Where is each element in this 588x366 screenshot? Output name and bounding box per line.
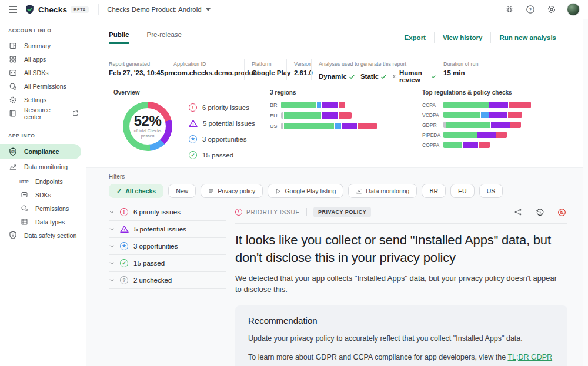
tab-pre-release[interactable]: Pre-release [147, 31, 182, 44]
results-content: ! 6 priority issues ! 5 potential issues… [109, 204, 573, 366]
sidebar-item-data-safety-section[interactable]: Data safety section [0, 229, 86, 242]
legend-label: 5 potential issues [203, 120, 255, 127]
run-new-analysis-button[interactable]: Run new analysis [491, 34, 564, 41]
export-button[interactable]: Export [396, 34, 434, 41]
chip-new[interactable]: New [168, 184, 196, 198]
settings-gear-icon[interactable] [546, 4, 557, 15]
history-icon[interactable] [534, 206, 546, 218]
potential-issue-icon: ! [120, 225, 129, 233]
bar-label: CCPA [422, 102, 443, 108]
bar-segment-priority [339, 102, 345, 108]
chip-br[interactable]: BR [422, 184, 446, 198]
sidebar-item-compliance[interactable]: @ Compliance [0, 144, 81, 159]
sidebar-item-all-apps[interactable]: All apps [0, 52, 86, 66]
meta-value: com.checks.demo.product [173, 69, 244, 76]
external-link-icon[interactable] [72, 110, 79, 117]
shield-logo-icon [25, 4, 35, 15]
overview-summary-panel: Overview 52% of total Checks passed ! 6 … [86, 82, 265, 167]
chip-data-monitoring[interactable]: Data monitoring [348, 184, 417, 198]
priority-issue-icon: ! [189, 103, 197, 112]
beta-badge: BETA [71, 6, 89, 13]
legend-label: 15 passed [202, 152, 233, 159]
analysis-human-review: Human review [392, 69, 436, 83]
bar-segment-passed [443, 132, 477, 138]
recommendation-paragraph: To learn more about GDPR and CCPA compli… [248, 351, 554, 366]
sidebar-item-label: Summary [24, 42, 51, 49]
checks-logo[interactable]: Checks BETA [25, 4, 89, 15]
bar-segment-potential [342, 123, 357, 129]
group-unchecked[interactable]: ? 2 unchecked [109, 272, 226, 289]
group-opportunities[interactable]: ★ 3 opportunities [109, 238, 226, 255]
sidebar-item-sdks[interactable]: SDKs [0, 188, 86, 202]
overview-legend: ! 6 priority issues ! 5 potential issues… [189, 102, 255, 159]
product-selector[interactable]: Checks Demo Product: Android [107, 6, 210, 13]
bar-segment-opportunity [317, 102, 321, 108]
user-avatar[interactable] [567, 3, 580, 16]
sidebar-item-resource-center[interactable]: Resource center [0, 106, 86, 120]
group-passed[interactable]: ✓ 15 passed [109, 255, 226, 272]
bar-segment-potential [322, 112, 338, 119]
chip-us[interactable]: US [479, 184, 503, 198]
chevron-down-icon[interactable] [109, 277, 115, 283]
sidebar-item-summary[interactable]: Summary [0, 39, 86, 52]
tab-public[interactable]: Public [109, 31, 129, 44]
scrollbar[interactable] [583, 19, 588, 366]
chevron-down-icon[interactable] [109, 209, 115, 215]
google-play-icon [275, 188, 281, 194]
overview-donut-chart: 52% of total Checks passed [123, 102, 172, 151]
sidebar-item-endpoints[interactable]: HTTP Endpoints [0, 174, 86, 188]
sidebar-item-permissions[interactable]: Permissions [0, 202, 86, 215]
analysis-label: Human review [399, 69, 430, 83]
view-history-button[interactable]: View history [435, 34, 491, 41]
sidebar-item-label: Settings [24, 96, 46, 103]
group-potential-issues[interactable]: ! 5 potential issues [109, 221, 226, 238]
menu-icon[interactable] [6, 2, 20, 16]
help-icon[interactable]: ? [524, 4, 536, 15]
group-label: 15 passed [133, 260, 165, 267]
chevron-down-icon[interactable] [109, 226, 115, 232]
data-list-icon [19, 218, 29, 226]
group-label: 3 opportunities [133, 243, 178, 250]
chip-label: All checks [125, 187, 156, 194]
chevron-down-icon [206, 8, 211, 11]
sidebar-item-all-permissions[interactable]: All Permissions [0, 79, 86, 93]
donut-caption: passed [141, 133, 155, 139]
overview-title: Overview [113, 89, 265, 96]
regulations-chart: CCPAVCDPAGDPRPIPEDACOPPA [422, 102, 588, 148]
chevron-down-icon[interactable] [109, 243, 115, 249]
topbar-actions: ? [503, 3, 588, 16]
product-selector-label: Checks Demo Product: Android [107, 6, 201, 13]
bar-segment-passed [284, 112, 321, 119]
bar-segment-passed [443, 112, 480, 118]
tabs-row: Public Pre-release Export View history R… [86, 19, 588, 56]
share-icon[interactable] [512, 206, 524, 218]
bar-label: BR [270, 102, 281, 108]
chip-eu[interactable]: EU [450, 184, 475, 198]
issue-group-list: ! 6 priority issues ! 5 potential issues… [109, 204, 226, 366]
bar-segment-passed [443, 102, 489, 108]
chip-label: EU [458, 187, 467, 194]
tldr-gdpr-link[interactable]: TL;DR GDPR [507, 353, 552, 361]
sidebar-item-data-types[interactable]: Data types [0, 215, 86, 229]
sidebar-item-all-sdks[interactable]: All SDKs [0, 66, 86, 79]
http-icon: HTTP [19, 180, 29, 183]
chip-privacy-policy[interactable]: Privacy policy [201, 184, 263, 198]
main-content: Public Pre-release Export View history R… [86, 19, 588, 366]
summary-icon [8, 42, 18, 50]
chip-google-play-listing[interactable]: Google Play listing [268, 184, 343, 198]
sidebar-item-label: Compliance [24, 148, 59, 155]
bar-segment-potential [489, 102, 508, 108]
legend-label: 6 priority issues [202, 104, 249, 111]
group-priority-issues[interactable]: ! 6 priority issues [109, 204, 226, 221]
sidebar-item-label: SDKs [35, 192, 51, 199]
sidebar-item-data-monitoring[interactable]: Data monitoring [0, 159, 86, 174]
chevron-down-icon[interactable] [109, 260, 115, 266]
sidebar-item-settings[interactable]: Settings [0, 93, 86, 106]
sidebar: ACCOUNT INFO Summary All apps All SDKs A… [0, 19, 86, 366]
check-icon [380, 73, 387, 80]
bug-report-icon[interactable] [503, 4, 515, 15]
bar-segment-priority [479, 142, 490, 148]
bar-track [443, 132, 507, 138]
chip-all-checks[interactable]: ✓ All checks [109, 184, 163, 198]
mute-issue-icon[interactable] [556, 206, 567, 218]
